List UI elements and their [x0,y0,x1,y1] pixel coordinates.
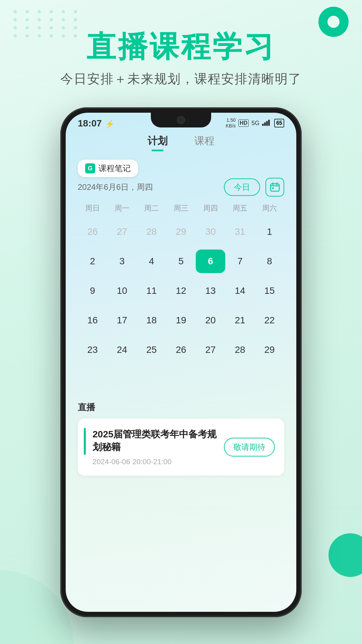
live-course-title: 2025届管理类联考年中备考规划秘籍 [93,428,224,453]
main-title: 直播课程学习 [0,27,362,67]
cal-header-mon: 周一 [107,203,137,213]
date-buttons: 今日 [224,178,284,197]
cal-header-thu: 周四 [196,203,225,213]
calendar-day-20[interactable]: 20 [196,309,225,332]
calendar-day-8[interactable]: 8 [255,250,284,273]
calendar-day-21[interactable]: 21 [225,309,255,332]
status-speed: 1.50 KB/s [226,117,236,129]
svg-rect-8 [272,187,274,189]
live-divider [78,394,284,395]
calendar-day-11[interactable]: 11 [137,279,166,303]
live-section: 直播 2025届管理类联考年中备考规划秘籍 2024-06-06 20:00-2… [78,394,284,476]
calendar-day-15[interactable]: 15 [255,279,284,303]
svg-rect-3 [268,120,270,126]
calendar-day-7[interactable]: 7 [225,250,255,273]
calendar-day-1[interactable]: 1 [255,220,284,244]
notch-camera [177,116,185,124]
calendar-day-13[interactable]: 13 [196,279,225,303]
phone-outer: 18:07 ⚡ 1.50 KB/s HD 5G [60,107,302,617]
week-view-button[interactable] [265,178,284,197]
battery-indicator: 65 [274,119,284,127]
live-card-indicator [84,428,86,455]
calendar-grid: 2627282930311234567891011121314151617181… [78,220,284,362]
live-card: 2025届管理类联考年中备考规划秘籍 2024-06-06 20:00-21:0… [78,419,284,476]
status-right-icons: 1.50 KB/s HD 5G 65 [226,117,285,129]
calendar-day-9[interactable]: 9 [78,279,107,303]
date-nav: 2024年6月6日，周四 今日 [78,178,284,197]
tab-plan[interactable]: 计划 [147,134,168,151]
tab-course[interactable]: 课程 [194,134,215,151]
speed-value: 1.50 [226,117,236,123]
calendar-day-31[interactable]: 31 [225,220,255,244]
notes-label: 课程笔记 [99,163,131,174]
tab-bar: 计划 课程 [66,134,296,155]
calendar-day-16[interactable]: 16 [78,309,107,332]
svg-rect-4 [270,184,279,191]
notes-button[interactable]: G 课程笔记 [78,160,138,177]
today-button[interactable]: 今日 [224,178,260,196]
current-date: 2024年6月6日，周四 [78,182,153,193]
notes-icon: G [85,163,95,173]
svg-rect-0 [262,124,264,126]
live-time: 2024-06-06 20:00-21:00 [93,458,224,466]
calendar-day-28[interactable]: 28 [225,338,255,362]
calendar-day-30[interactable]: 30 [196,220,225,244]
phone-mockup: 18:07 ⚡ 1.50 KB/s HD 5G [60,107,302,617]
calendar-day-23[interactable]: 23 [78,338,107,362]
phone-notch [151,113,211,127]
calendar-day-22[interactable]: 22 [255,309,284,332]
calendar-day-25[interactable]: 25 [137,338,166,362]
cal-header-sat: 周六 [255,203,284,213]
calendar-day-19[interactable]: 19 [166,309,196,332]
status-bolt-icon: ⚡ [105,120,114,128]
calendar-day-4[interactable]: 4 [137,250,166,273]
calendar-day-26[interactable]: 26 [78,220,107,244]
calendar-day-27[interactable]: 27 [196,338,225,362]
calendar-day-26[interactable]: 26 [166,338,196,362]
speed-unit: KB/s [226,123,236,129]
network-icon: 5G [251,120,259,127]
battery-value: 65 [276,120,282,126]
cal-header-sun: 周日 [78,203,107,213]
calendar-header: 周日 周一 周二 周三 周四 周五 周六 [78,203,284,213]
calendar-day-24[interactable]: 24 [107,338,137,362]
sub-title: 今日安排＋未来规划，课程安排清晰明了 [0,70,362,88]
calendar-day-6[interactable]: 6 [196,250,225,273]
cal-header-tue: 周二 [137,203,166,213]
calendar-day-12[interactable]: 12 [166,279,196,303]
status-time: 18:07 [78,118,102,128]
calendar-day-14[interactable]: 14 [225,279,255,303]
signal-icon [262,119,272,127]
phone-screen: 18:07 ⚡ 1.50 KB/s HD 5G [66,113,296,612]
bg-circle-bottom-right [328,533,362,577]
calendar-day-29[interactable]: 29 [255,338,284,362]
live-action-button[interactable]: 敬请期待 [224,438,275,457]
calendar-day-3[interactable]: 3 [107,250,137,273]
calendar-day-18[interactable]: 18 [137,309,166,332]
calendar-day-27[interactable]: 27 [107,220,137,244]
live-title: 直播 [78,401,284,413]
calendar-day-10[interactable]: 10 [107,279,137,303]
svg-rect-2 [266,121,268,126]
cal-header-fri: 周五 [225,203,255,213]
svg-rect-1 [264,122,266,126]
calendar-day-29[interactable]: 29 [166,220,196,244]
calendar-day-17[interactable]: 17 [107,309,137,332]
calendar: 周日 周一 周二 周三 周四 周五 周六 2627282930311234567… [78,203,284,362]
cal-header-wed: 周三 [166,203,196,213]
calendar-day-28[interactable]: 28 [137,220,166,244]
hd-icon: HD [238,119,249,127]
calendar-day-5[interactable]: 5 [166,250,196,273]
live-card-content: 2025届管理类联考年中备考规划秘籍 2024-06-06 20:00-21:0… [93,428,224,466]
calendar-day-2[interactable]: 2 [78,250,107,273]
status-time-area: 18:07 ⚡ [78,118,114,129]
